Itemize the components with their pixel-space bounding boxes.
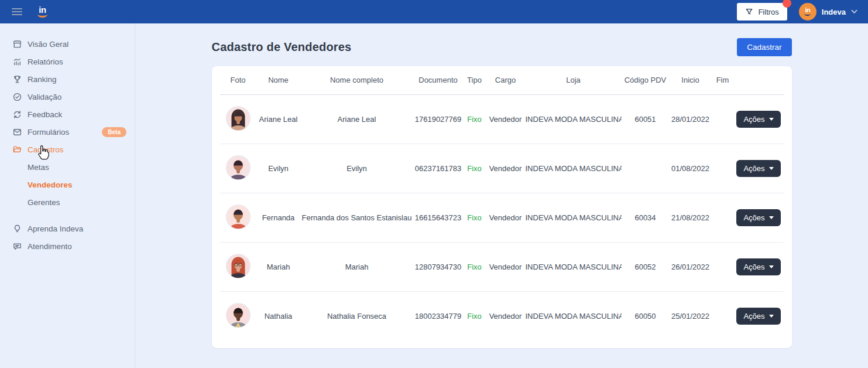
topbar: in Filtros in Indeva: [0, 0, 868, 23]
cell-inicio: 25/01/2022: [670, 291, 712, 340]
col-header-acoes: [734, 66, 784, 94]
cell-tipo: Fixo: [464, 144, 486, 193]
cell-nome-completo: Fernanda dos Santos Estanislau: [301, 193, 413, 242]
avatar: [225, 105, 251, 131]
row-actions-button[interactable]: Ações: [736, 111, 780, 128]
funnel-icon: [745, 8, 753, 16]
cell-documento: 18002334779: [413, 291, 464, 340]
filters-button[interactable]: Filtros: [737, 3, 787, 21]
user-menu[interactable]: in Indeva: [799, 3, 857, 21]
cell-codigo-pdv: 60051: [622, 94, 670, 144]
cell-nome: Ariane Leal: [256, 94, 301, 144]
mail-icon: [12, 127, 22, 137]
table-body: Ariane Leal Ariane Leal 17619027769 Fixo…: [220, 94, 784, 340]
cell-inicio: 01/08/2022: [670, 144, 712, 193]
cell-documento: 17619027769: [413, 94, 464, 144]
table-row: Fernanda Fernanda dos Santos Estanislau …: [220, 193, 784, 242]
sidebar-item-vendedores[interactable]: Vendedores: [0, 176, 135, 193]
refresh-icon: [12, 110, 22, 120]
cell-nome-completo: Mariah: [301, 242, 413, 291]
col-header-codigo-pdv: Código PDV: [622, 66, 670, 94]
cell-loja: INDEVA MODA MASCULINA: [526, 193, 622, 242]
cell-nome: Fernanda: [256, 193, 301, 242]
row-actions-button[interactable]: Ações: [736, 308, 780, 325]
cell-documento: 16615643723: [413, 193, 464, 242]
cell-inicio: 26/01/2022: [670, 242, 712, 291]
col-header-inicio: Inicio: [670, 66, 712, 94]
app-logo: in: [37, 6, 47, 18]
sidebar-item-ranking[interactable]: Ranking: [0, 70, 135, 88]
folder-open-icon: [12, 145, 22, 155]
cell-cargo: Vendedor: [486, 291, 526, 340]
cell-loja: INDEVA MODA MASCULINA: [526, 94, 622, 144]
caret-down-icon: [769, 118, 774, 121]
sidebar-item-feedback[interactable]: Feedback: [0, 105, 135, 123]
cell-loja: INDEVA MODA MASCULINA: [526, 144, 622, 193]
cell-inicio: 21/08/2022: [670, 193, 712, 242]
row-actions-button[interactable]: Ações: [736, 209, 780, 226]
chevron-down-icon: [851, 9, 857, 14]
table-row: Evilyn Evilyn 06237161783 Fixo Vendedor …: [220, 144, 784, 193]
sidebar-item-atendimento[interactable]: Atendimento: [0, 237, 135, 255]
caret-down-icon: [769, 167, 774, 170]
cell-nome: Evilyn: [256, 144, 301, 193]
logo-text: in: [39, 6, 46, 13]
cell-fim: [712, 242, 734, 291]
cell-loja: INDEVA MODA MASCULINA: [526, 291, 622, 340]
sidebar-item-formularios[interactable]: Formulários Beta: [0, 123, 135, 141]
col-header-cargo: Cargo: [486, 66, 526, 94]
trophy-icon: [12, 74, 22, 84]
table-header-row: Foto Nome Nome completo Documento Tipo C…: [220, 66, 784, 94]
register-button[interactable]: Cadastrar: [737, 38, 791, 56]
sidebar-item-metas[interactable]: Metas: [0, 158, 135, 176]
user-avatar: in: [799, 3, 816, 21]
cell-tipo: Fixo: [464, 94, 486, 144]
col-header-fim: Fim: [712, 66, 734, 94]
sidebar-item-relatorios[interactable]: Relatórios: [0, 53, 135, 70]
sidebar-item-cadastros[interactable]: Cadastros: [0, 141, 135, 158]
caret-down-icon: [769, 216, 774, 219]
notification-dot: [783, 0, 791, 8]
cell-nome-completo: Nathalia Fonseca: [301, 291, 413, 340]
bar-chart-icon: [12, 57, 22, 67]
check-circle-icon: [12, 92, 22, 102]
user-name: Indeva: [822, 8, 846, 16]
sidebar: Visão Geral Relatórios Ranking Validação…: [0, 23, 135, 368]
col-header-nome-completo: Nome completo: [301, 66, 413, 94]
sidebar-item-validacao[interactable]: Validação: [0, 88, 135, 105]
vendors-table-card: Foto Nome Nome completo Documento Tipo C…: [212, 66, 792, 348]
main-content: Cadastro de Vendedores Cadastrar Foto No…: [135, 23, 868, 368]
row-actions-button[interactable]: Ações: [736, 258, 780, 275]
col-header-documento: Documento: [413, 66, 464, 94]
cell-documento: 06237161783: [413, 144, 464, 193]
cell-documento: 12807934730: [413, 242, 464, 291]
sidebar-item-visao-geral[interactable]: Visão Geral: [0, 35, 135, 53]
sidebar-item-aprenda-indeva[interactable]: Aprenda Indeva: [0, 220, 135, 237]
row-actions-button[interactable]: Ações: [736, 160, 780, 177]
cell-inicio: 28/01/2022: [670, 94, 712, 144]
col-header-nome: Nome: [256, 66, 301, 94]
cell-nome: Mariah: [256, 242, 301, 291]
lightbulb-icon: [12, 224, 22, 234]
avatar: [225, 253, 251, 279]
table-row: Nathalia Nathalia Fonseca 18002334779 Fi…: [220, 291, 784, 340]
cell-tipo: Fixo: [464, 291, 486, 340]
logo-smile-icon: [37, 13, 47, 18]
hamburger-menu-icon[interactable]: [12, 8, 22, 15]
chat-icon: [12, 241, 22, 251]
cell-codigo-pdv: [622, 144, 670, 193]
cell-codigo-pdv: 60050: [622, 291, 670, 340]
col-header-foto: Foto: [220, 66, 256, 94]
cell-tipo: Fixo: [464, 193, 486, 242]
cell-nome-completo: Ariane Leal: [301, 94, 413, 144]
beta-badge: Beta: [102, 127, 126, 137]
avatar: [225, 204, 251, 230]
vendors-table: Foto Nome Nome completo Documento Tipo C…: [220, 66, 784, 340]
cell-cargo: Vendedor: [486, 94, 526, 144]
storefront-icon: [12, 39, 22, 49]
cell-loja: INDEVA MODA MASCULINA: [526, 242, 622, 291]
sidebar-item-gerentes[interactable]: Gerentes: [0, 193, 135, 211]
caret-down-icon: [769, 265, 774, 268]
filters-label: Filtros: [758, 8, 778, 16]
cell-fim: [712, 291, 734, 340]
